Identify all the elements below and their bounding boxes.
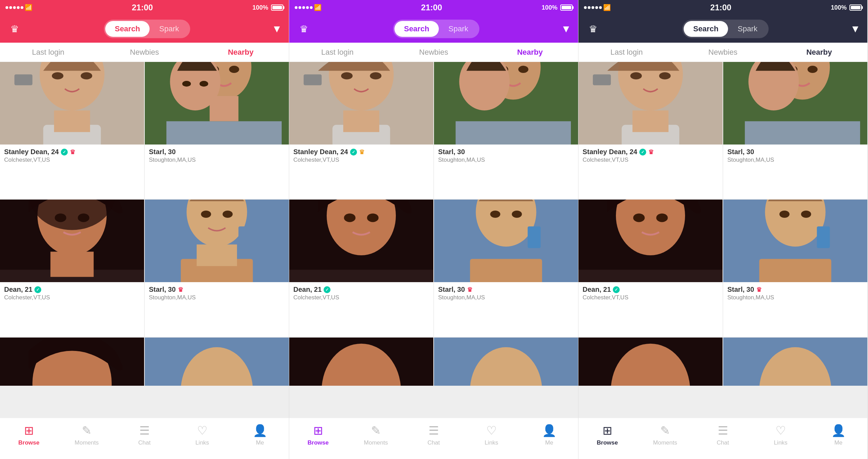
profile-photo-p3 [289,200,433,282]
browse-icon: ⊞ [603,424,612,437]
profile-card-d2[interactable]: Starl, 30 Stoughton,MA,US [723,62,867,199]
profile-name-p1: Stanley Dean, 24 ✓ ♛ [293,148,429,156]
spark-toggle-btn[interactable]: Spark [439,21,478,37]
nav-chat[interactable]: ☰ Chat [420,424,447,446]
nav-browse[interactable]: ⊞ Browse [304,424,332,446]
profile-info-3: Dean, 21 ✓ Colchester,VT,US [0,282,144,305]
tab-last-login[interactable]: Last login [289,44,386,61]
me-icon: 👤 [831,424,846,437]
profile-info-d2: Starl, 30 Stoughton,MA,US [723,145,867,167]
profile-card-p1[interactable]: Stanley Dean, 24 ✓ ♛ Colchester,VT,US [289,62,433,199]
battery-fill [562,6,571,9]
profile-photo-3 [0,200,144,282]
spark-toggle-btn[interactable]: Spark [150,21,188,37]
profile-card-d5[interactable] [578,338,723,386]
profile-info-d4: Starl, 30 ♛ Stoughton,MA,US [723,282,867,305]
dot3 [13,6,16,9]
battery-icon [849,4,862,11]
svg-rect-46 [456,121,571,145]
nav-browse[interactable]: ⊞ Browse [594,424,621,446]
spark-toggle-btn[interactable]: Spark [728,21,767,37]
status-bar-dark: 📶 21:00 100% [578,0,867,15]
profile-card-p5[interactable] [289,338,433,386]
svg-rect-28 [197,245,237,266]
dot2 [9,6,12,9]
nav-moments[interactable]: ✎ Moments [362,424,390,446]
app-logo: ♛ [585,21,600,36]
nav-links[interactable]: ♡ Links [478,424,505,446]
wifi-icon: 📶 [314,4,322,11]
tab-newbies[interactable]: Newbies [96,44,193,61]
status-time: 21:00 [421,3,442,12]
svg-point-83 [801,211,811,218]
search-toggle-btn[interactable]: Search [394,21,439,37]
profile-card-p2[interactable]: Starl, 30 Stoughton,MA,US [434,62,578,199]
tab-newbies[interactable]: Newbies [675,44,771,61]
filter-icon[interactable]: ▼ [850,23,860,35]
profile-card-p3[interactable]: Dean, 21 ✓ Colchester,VT,US [289,200,433,337]
svg-rect-14 [166,121,282,145]
nav-me[interactable]: 👤 Me [535,424,563,446]
profile-card-1[interactable]: Stanley Dean, 24 ✓ ♛ Colchester,VT,US [0,62,144,199]
profile-name-p3: Dean, 21 ✓ [293,286,429,293]
nav-browse[interactable]: ⊞ Browse [15,424,43,446]
profile-card-5[interactable] [0,338,144,386]
nav-me[interactable]: 👤 Me [825,424,852,446]
tab-nearby[interactable]: Nearby [482,44,578,61]
search-spark-toggle[interactable]: Search Spark [393,20,479,38]
profile-photo-p4 [434,200,578,282]
verify-badge-1: ✓ [61,149,68,156]
profile-card-p4[interactable]: Starl, 30 ♛ Stoughton,MA,US [434,200,578,337]
profile-card-4[interactable]: Starl, 30 ♛ Stoughton,MA,US [145,200,289,337]
profile-location-p1: Colchester,VT,US [293,157,429,163]
nav-chat[interactable]: ☰ Chat [131,424,158,446]
search-toggle-btn[interactable]: Search [684,21,728,37]
me-label: Me [834,439,843,446]
profile-info-d1: Stanley Dean, 24 ✓ ♛ Colchester,VT,US [578,145,723,167]
status-bar: 📶 21:00 100% [0,0,289,15]
profile-location-d1: Colchester,VT,US [583,157,718,163]
nav-moments[interactable]: ✎ Moments [651,424,679,446]
tab-nearby[interactable]: Nearby [771,44,867,61]
tab-newbies[interactable]: Newbies [386,44,482,61]
battery-fill [851,6,860,9]
filter-icon[interactable]: ▼ [561,23,571,35]
profile-card-p6[interactable] [434,338,578,386]
profile-grid-purple: Stanley Dean, 24 ✓ ♛ Colchester,VT,US [289,62,578,418]
filter-icon[interactable]: ▼ [272,23,282,35]
nav-links[interactable]: ♡ Links [767,424,794,446]
profile-card-d4[interactable]: Starl, 30 ♛ Stoughton,MA,US [723,200,867,337]
phone-panel-dark: 📶 21:00 100% ♛ Search Spark ▼ Last login… [578,0,868,459]
battery-percent: 100% [252,4,268,11]
profile-card-3[interactable]: Dean, 21 ✓ Colchester,VT,US [0,200,144,337]
tab-last-login[interactable]: Last login [0,44,96,61]
verify-badge-d1: ✓ [639,149,646,156]
links-icon: ♡ [486,424,497,437]
tab-last-login[interactable]: Last login [578,44,675,61]
browse-label: Browse [597,439,618,446]
svg-rect-79 [578,270,723,282]
me-icon: 👤 [253,424,267,437]
search-toggle-btn[interactable]: Search [105,21,150,37]
links-icon: ♡ [197,424,207,437]
search-spark-toggle[interactable]: Search Spark [682,20,769,38]
profile-card-d6[interactable] [723,338,867,386]
profile-info-p1: Stanley Dean, 24 ✓ ♛ Colchester,VT,US [289,145,433,167]
search-spark-toggle[interactable]: Search Spark [104,20,190,38]
nav-links[interactable]: ♡ Links [188,424,216,446]
nav-moments[interactable]: ✎ Moments [73,424,100,446]
moments-label: Moments [75,439,99,446]
nav-chat[interactable]: ☰ Chat [709,424,737,446]
profile-card-d3[interactable]: Dean, 21 ✓ Colchester,VT,US [578,200,723,337]
status-time: 21:00 [710,3,731,12]
profile-photo-4 [145,200,289,282]
svg-point-72 [807,66,817,73]
profile-card-d1[interactable]: Stanley Dean, 24 ✓ ♛ Colchester,VT,US [578,62,723,199]
profile-card-6[interactable] [145,338,289,386]
nav-me[interactable]: 👤 Me [246,424,274,446]
profile-card-2[interactable]: Starl, 30 Stoughton,MA,US [145,62,289,199]
profile-name-1: Stanley Dean, 24 ✓ ♛ [4,148,140,156]
chat-label: Chat [717,439,729,446]
wifi-icon: 📶 [25,4,32,11]
tab-nearby[interactable]: Nearby [193,44,289,61]
